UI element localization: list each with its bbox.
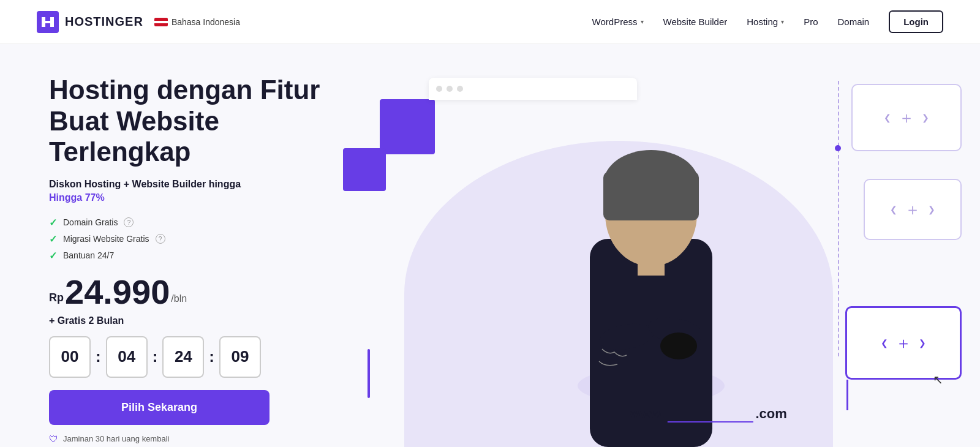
- cursor-icon: ↖: [933, 372, 943, 387]
- timer-separator: :: [96, 347, 101, 366]
- hero-title: Hosting dengan Fitur Buat Website Terlen…: [49, 75, 343, 168]
- browser-dot: [436, 86, 442, 92]
- price-period: /bln: [171, 293, 187, 304]
- browser-mockup: [429, 78, 637, 100]
- guarantee-text: Jaminan 30 hari uang kembali: [63, 434, 169, 443]
- login-button[interactable]: Login: [889, 10, 943, 33]
- discount-text: Hingga 77%: [49, 192, 343, 203]
- feature-migration: ✓ Migrasi Website Gratis ?: [49, 233, 343, 245]
- timer-seconds: 24: [162, 336, 204, 378]
- widget-card-bottom[interactable]: ❮ ＋ ❯: [845, 306, 962, 380]
- price-section: Rp 24.990 /bln: [49, 275, 343, 309]
- timer-minutes: 04: [106, 336, 148, 378]
- chevron-down-icon: ▾: [781, 18, 784, 25]
- timer-hours: 00: [49, 336, 91, 378]
- browser-dot: [457, 86, 463, 92]
- domain-www-text: www.: [630, 406, 665, 422]
- arrow-left-icon: ❮: [881, 338, 888, 348]
- widget-card-top: ❮ ＋ ❯: [851, 84, 962, 151]
- arrow-left-icon: ❮: [884, 113, 891, 122]
- accent-line-left: [368, 349, 370, 398]
- feature-domain: ✓ Domain Gratis ?: [49, 217, 343, 228]
- check-icon: ✓: [49, 250, 57, 261]
- plus-icon: ＋: [905, 199, 921, 220]
- timer-separator: :: [153, 347, 158, 366]
- features-list: ✓ Domain Gratis ? ✓ Migrasi Website Grat…: [49, 217, 343, 261]
- countdown-timer: 00 : 04 : 24 : 09: [49, 336, 343, 378]
- widget-card-mid: ❮ ＋ ❯: [864, 179, 962, 240]
- nav-hosting[interactable]: Hosting ▾: [747, 17, 784, 27]
- check-icon: ✓: [49, 233, 57, 245]
- arrow-right-icon: ❯: [928, 205, 935, 214]
- shield-icon: 🛡: [49, 434, 58, 444]
- cta-button[interactable]: Pilih Sekarang: [49, 390, 270, 425]
- indonesia-flag-icon: [154, 18, 168, 26]
- free-months: + Gratis 2 Bulan: [49, 315, 343, 326]
- price-number: 24.990: [65, 275, 170, 309]
- domain-bar: www. .com: [630, 405, 787, 423]
- nav-pro[interactable]: Pro: [804, 17, 818, 27]
- person-image: [547, 104, 755, 447]
- logo-text: HOSTINGER: [65, 15, 143, 29]
- language-selector[interactable]: Bahasa Indonesia: [154, 17, 240, 27]
- plus-icon: ＋: [895, 332, 911, 354]
- nav-domain[interactable]: Domain: [837, 17, 869, 27]
- svg-rect-6: [638, 257, 665, 276]
- dashed-dot: [835, 145, 841, 151]
- help-icon[interactable]: ?: [124, 217, 134, 227]
- help-icon[interactable]: ?: [156, 234, 165, 244]
- navbar-right: WordPress ▾ Website Builder Hosting ▾ Pr…: [592, 10, 943, 33]
- hero-subtitle: Diskon Hosting + Website Builder hingga: [49, 179, 343, 190]
- hostinger-logo-icon: [37, 11, 59, 33]
- accent-line-right: [846, 380, 848, 410]
- hero-right: ❮ ＋ ❯ ❮ ＋ ❯ ❮ ＋ ❯ ↖ www. .com: [343, 44, 980, 447]
- check-icon: ✓: [49, 217, 57, 228]
- browser-dot: [447, 86, 453, 92]
- purple-square-1: [380, 99, 435, 154]
- dashed-line: [838, 81, 839, 356]
- hero-left: Hosting dengan Fitur Buat Website Terlen…: [0, 44, 343, 447]
- plus-icon: ＋: [899, 107, 914, 129]
- person-svg: [547, 104, 755, 447]
- feature-support: ✓ Bantuan 24/7: [49, 250, 343, 261]
- purple-square-2: [343, 148, 386, 191]
- chevron-down-icon: ▾: [641, 18, 644, 25]
- price-currency: Rp: [49, 291, 64, 304]
- arrow-right-icon: ❯: [919, 338, 926, 348]
- logo[interactable]: HOSTINGER: [37, 11, 143, 33]
- language-label: Bahasa Indonesia: [172, 17, 240, 27]
- navbar-left: HOSTINGER Bahasa Indonesia: [37, 11, 240, 33]
- timer-separator: :: [209, 347, 214, 366]
- timer-milliseconds: 09: [219, 336, 261, 378]
- svg-rect-5: [603, 171, 699, 220]
- main-content: Hosting dengan Fitur Buat Website Terlen…: [0, 44, 980, 447]
- navbar: HOSTINGER Bahasa Indonesia WordPress ▾ W…: [0, 0, 980, 44]
- nav-website-builder[interactable]: Website Builder: [663, 17, 728, 27]
- nav-wordpress[interactable]: WordPress ▾: [592, 17, 644, 27]
- arrow-right-icon: ❯: [922, 113, 929, 122]
- guarantee-row: 🛡 Jaminan 30 hari uang kembali: [49, 434, 343, 444]
- svg-point-9: [660, 332, 697, 359]
- arrow-left-icon: ❮: [890, 205, 897, 214]
- domain-input-placeholder[interactable]: [667, 405, 753, 423]
- domain-com-text: .com: [755, 406, 786, 422]
